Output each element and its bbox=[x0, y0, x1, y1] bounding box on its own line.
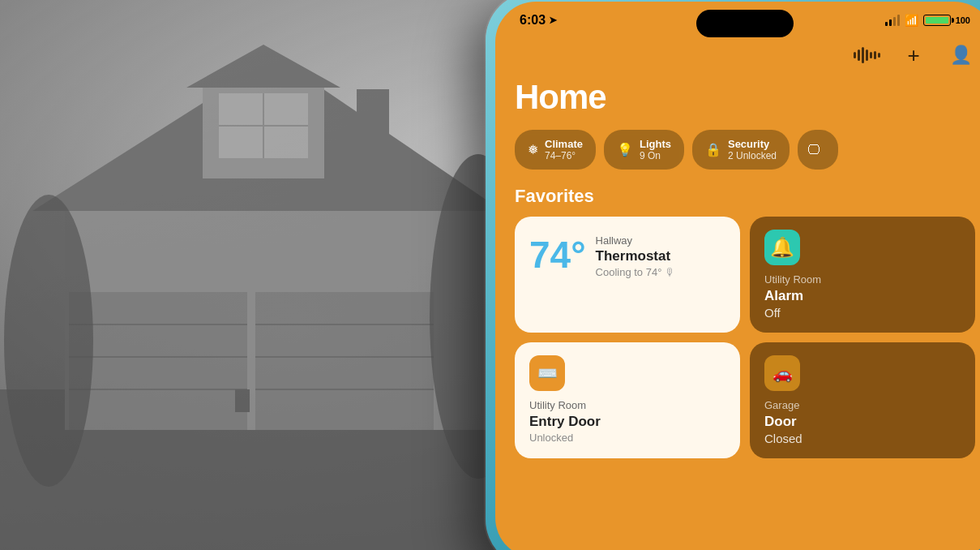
climate-sub: 74–76° bbox=[545, 150, 583, 161]
svg-rect-17 bbox=[357, 89, 389, 162]
garage-door-card[interactable]: 🚗 Garage Door Closed bbox=[750, 342, 975, 458]
location-icon: ➤ bbox=[549, 15, 557, 26]
entry-door-card[interactable]: ⌨️ Utility Room Entry Door Unlocked bbox=[515, 342, 740, 458]
entry-door-icon: ⌨️ bbox=[529, 355, 565, 391]
entry-status: Unlocked bbox=[529, 432, 725, 444]
phone-outer: 6:03 ➤ 📶 100 bbox=[486, 0, 980, 550]
security-icon: 🔒 bbox=[705, 142, 721, 157]
phone-wrapper: 6:03 ➤ 📶 100 bbox=[437, 0, 980, 550]
phone-screen: 6:03 ➤ 📶 100 bbox=[495, 2, 980, 550]
category-chip-more[interactable]: 🖵 bbox=[798, 130, 838, 170]
category-chip-security[interactable]: 🔒 Security 2 Unlocked bbox=[692, 130, 790, 170]
svg-point-18 bbox=[4, 195, 93, 487]
alarm-status: Off bbox=[764, 306, 961, 320]
battery-label: 100 bbox=[956, 15, 970, 25]
mic-muted-icon: 🎙 bbox=[665, 266, 675, 278]
time-display: 6:03 bbox=[520, 13, 546, 28]
thermostat-name: Thermostat bbox=[596, 248, 676, 264]
entry-name: Entry Door bbox=[529, 414, 725, 430]
garage-status: Closed bbox=[764, 432, 961, 445]
category-row: ❅ Climate 74–76° 💡 Lights 9 On 🔒 bbox=[495, 130, 980, 186]
waveform-icon bbox=[854, 47, 880, 63]
toolbar: + 👤 bbox=[495, 34, 980, 73]
thermostat-room: Hallway bbox=[596, 234, 676, 247]
more-menu-button[interactable]: 👤 bbox=[946, 41, 975, 70]
thermostat-card[interactable]: 74° Hallway Thermostat Cooling to 74° 🎙 bbox=[515, 217, 740, 333]
category-chip-climate[interactable]: ❅ Climate 74–76° bbox=[515, 130, 596, 170]
alarm-room: Utility Room bbox=[764, 273, 821, 286]
garage-door-icon: 🚗 bbox=[764, 355, 800, 391]
add-button[interactable]: + bbox=[899, 41, 928, 70]
svg-rect-9 bbox=[69, 292, 247, 430]
alarm-name: Alarm bbox=[764, 288, 961, 304]
siri-button[interactable] bbox=[852, 41, 881, 70]
security-label: Security bbox=[728, 138, 777, 150]
more-category-icon: 🖵 bbox=[807, 143, 820, 157]
keypad-icon: ⌨️ bbox=[537, 363, 558, 383]
security-sub: 2 Unlocked bbox=[728, 150, 777, 161]
thermostat-status: Cooling to 74° 🎙 bbox=[596, 266, 676, 278]
battery-icon bbox=[923, 15, 951, 26]
status-icons: 📶 100 bbox=[885, 14, 970, 27]
status-time: 6:03 ➤ bbox=[520, 13, 557, 28]
category-chip-lights[interactable]: 💡 Lights 9 On bbox=[604, 130, 684, 170]
lights-label: Lights bbox=[640, 138, 671, 150]
garage-room: Garage bbox=[764, 399, 799, 411]
climate-icon: ❅ bbox=[528, 142, 538, 157]
climate-label: Climate bbox=[545, 138, 583, 150]
garage-name: Door bbox=[764, 414, 961, 430]
garage-icon: 🚗 bbox=[772, 363, 793, 383]
page-title: Home bbox=[495, 73, 980, 130]
svg-rect-20 bbox=[235, 389, 250, 412]
dynamic-island bbox=[696, 10, 794, 37]
favorites-heading: Favorites bbox=[495, 186, 980, 217]
lights-sub: 9 On bbox=[640, 150, 671, 161]
lights-icon: 💡 bbox=[617, 142, 633, 157]
alarm-bell-icon: 🔔 bbox=[770, 236, 794, 259]
alarm-card[interactable]: 🔔 Utility Room Alarm Off bbox=[750, 217, 975, 333]
wifi-icon: 📶 bbox=[905, 14, 918, 27]
entry-room: Utility Room bbox=[529, 399, 586, 411]
cards-grid: 74° Hallway Thermostat Cooling to 74° 🎙 bbox=[495, 217, 980, 458]
temperature-display: 74° bbox=[529, 236, 586, 273]
alarm-icon: 🔔 bbox=[764, 230, 800, 265]
signal-icon bbox=[885, 15, 900, 26]
svg-rect-10 bbox=[255, 292, 434, 430]
